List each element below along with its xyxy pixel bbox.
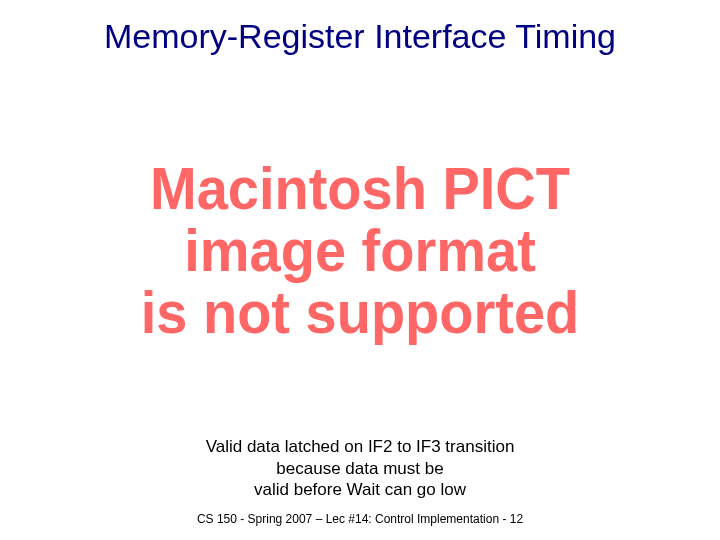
slide-caption: Valid data latched on IF2 to IF3 transit… [0, 436, 720, 506]
slide: Memory-Register Interface Timing Macinto… [0, 0, 720, 540]
caption-line-1: Valid data latched on IF2 to IF3 transit… [40, 436, 680, 457]
page-title: Memory-Register Interface Timing [0, 0, 720, 55]
slide-footer: CS 150 - Spring 2007 – Lec #14: Control … [0, 506, 720, 540]
pict-line-2: image format [141, 220, 580, 282]
pict-line-1: Macintosh PICT [141, 158, 580, 220]
caption-line-2: because data must be [40, 458, 680, 479]
caption-line-3: valid before Wait can go low [40, 479, 680, 500]
pict-line-3: is not supported [141, 282, 580, 344]
image-placeholder-area: Macintosh PICT image format is not suppo… [0, 55, 720, 436]
pict-error-message: Macintosh PICT image format is not suppo… [141, 158, 580, 343]
